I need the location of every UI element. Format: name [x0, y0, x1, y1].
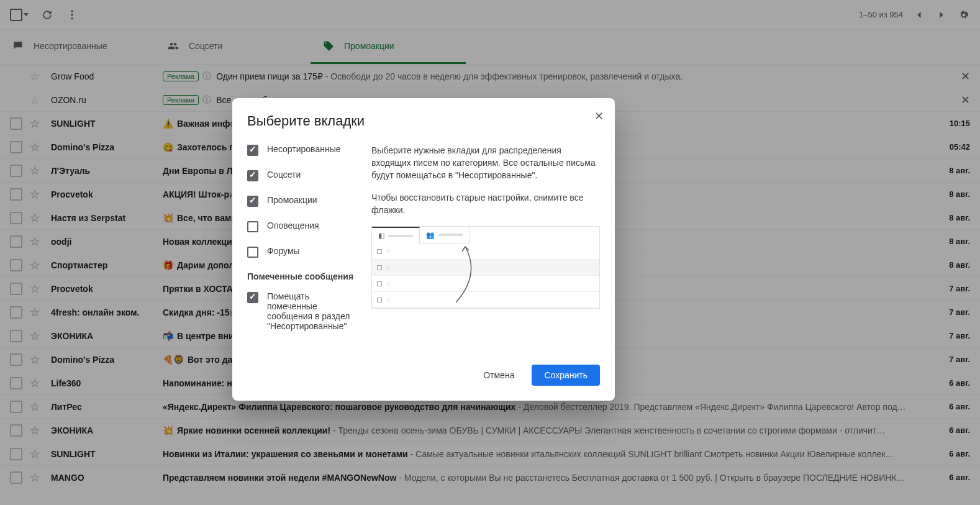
- tab-checkbox-row[interactable]: Соцсети: [247, 170, 356, 181]
- checkbox[interactable]: [247, 196, 258, 207]
- tab-checkbox-row[interactable]: Промоакции: [247, 195, 356, 207]
- checkbox[interactable]: [247, 221, 258, 232]
- checkbox[interactable]: [247, 170, 258, 181]
- checkbox-label: Промоакции: [267, 195, 317, 205]
- tab-checkbox-row[interactable]: Оповещения: [247, 221, 356, 232]
- checkbox[interactable]: [247, 247, 258, 258]
- tab-checkbox-row[interactable]: Несортированные: [247, 144, 356, 156]
- checkbox[interactable]: [247, 145, 258, 156]
- dialog-description-1: Выберите нужные вкладки для распределени…: [371, 144, 600, 181]
- close-icon[interactable]: ✕: [594, 109, 604, 123]
- checkbox-label: Помещать помеченные сообщения в раздел "…: [267, 291, 356, 331]
- checkbox-label: Соцсети: [267, 170, 301, 180]
- cancel-button[interactable]: Отмена: [471, 365, 527, 386]
- checkbox[interactable]: [247, 292, 258, 303]
- dialog-title: Выберите вкладки: [247, 113, 600, 129]
- tab-checkbox-row[interactable]: Форумы: [247, 246, 356, 258]
- tabs-diagram: ◧ 👥 ☆ ☆ ☆ ☆: [371, 226, 600, 309]
- checkbox-label: Несортированные: [267, 144, 341, 154]
- checkbox-label: Оповещения: [267, 221, 319, 230]
- dialog-description-2: Чтобы восстановить старые настройки, сни…: [371, 191, 600, 216]
- section-title: Помеченные сообщения: [247, 271, 356, 281]
- checkbox-label: Форумы: [267, 246, 300, 256]
- starred-checkbox-row[interactable]: Помещать помеченные сообщения в раздел "…: [247, 291, 356, 331]
- tabs-settings-dialog: ✕ Выберите вкладки НесортированныеСоцсет…: [232, 98, 615, 401]
- save-button[interactable]: Сохранить: [532, 365, 600, 386]
